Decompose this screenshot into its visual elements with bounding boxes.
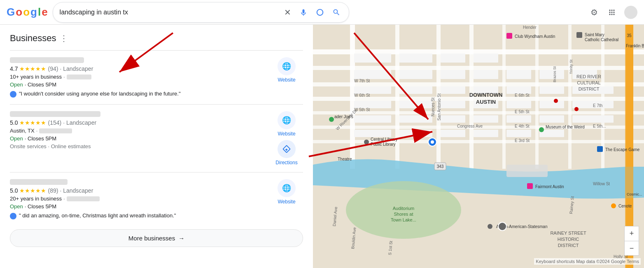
detail-row-3: 20+ years in business · — [10, 196, 265, 202]
svg-text:35: 35 — [627, 33, 632, 38]
website-button-1[interactable]: 🌐 Website — [278, 57, 296, 83]
mic-button[interactable] — [298, 7, 309, 18]
apps-button[interactable] — [606, 7, 618, 18]
clear-button[interactable]: ✕ — [282, 6, 293, 19]
years-business-1: 10+ years in business — [10, 74, 62, 80]
website-button-3[interactable]: 🌐 Website — [278, 179, 296, 205]
category-2: · Landscaper — [63, 119, 96, 126]
close-time-3: · Closes 5PM — [25, 203, 56, 210]
business-info-1: 4.7 ★★★★★ (94) · Landscaper 10+ years in… — [10, 57, 265, 98]
rating-row-1: 4.7 ★★★★★ (94) · Landscaper — [10, 65, 265, 72]
svg-rect-53 — [506, 130, 531, 137]
directions-label-2: Directions — [275, 160, 297, 165]
settings-button[interactable]: ⚙ — [589, 6, 600, 19]
rating-row-2: 5.0 ★★★★★ (154) · Landscaper — [10, 119, 265, 126]
rating-value-1: 4.7 — [10, 65, 18, 72]
svg-text:Catholic Cathedral: Catholic Cathedral — [585, 37, 618, 42]
header: Google ✕ ⚙ — [0, 0, 644, 25]
svg-text:E 6th St: E 6th St — [515, 93, 530, 98]
svg-rect-43 — [399, 115, 432, 123]
svg-rect-2 — [313, 66, 644, 70]
svg-rect-37 — [441, 101, 465, 108]
svg-text:HISTORIC: HISTORIC — [558, 237, 579, 242]
phone-blurred-2 — [39, 128, 72, 133]
website-icon-1: 🌐 — [278, 57, 296, 75]
svg-rect-33 — [539, 86, 564, 94]
svg-text:E 7th: E 7th — [593, 103, 602, 108]
svg-rect-26 — [539, 70, 564, 79]
business-name-blurred-1 — [10, 57, 84, 63]
svg-text:Shores at: Shores at — [394, 212, 413, 217]
svg-text:E 5th...: E 5th... — [593, 124, 606, 128]
business-info-2: 5.0 ★★★★★ (154) · Landscaper Austin, TX … — [10, 111, 265, 165]
website-button-2[interactable]: 🌐 Website — [278, 111, 296, 137]
svg-point-117 — [574, 107, 579, 111]
svg-rect-101 — [527, 183, 533, 189]
svg-text:E 3rd St: E 3rd St — [515, 138, 530, 143]
zoom-in-button[interactable]: + — [624, 226, 639, 241]
business-card-1: 4.7 ★★★★★ (94) · Landscaper 10+ years in… — [10, 50, 303, 104]
svg-rect-18 — [399, 54, 432, 63]
svg-point-93 — [364, 140, 369, 144]
svg-point-91 — [539, 127, 544, 132]
svg-text:Hender: Hender — [523, 25, 537, 30]
svg-text:DISTRICT: DISTRICT — [579, 86, 600, 91]
phone-blurred-3 — [67, 196, 100, 201]
svg-text:W 5th St: W 5th St — [354, 107, 370, 112]
svg-text:Brazos St: Brazos St — [553, 66, 557, 82]
svg-rect-46 — [506, 115, 531, 123]
business-actions-1: 🌐 Website — [270, 57, 303, 98]
svg-point-121 — [498, 222, 506, 231]
svg-rect-40 — [539, 101, 564, 108]
main-content: Businesses ⋮ 4.7 ★★★★★ (94) · Landscaper… — [0, 25, 644, 268]
svg-rect-45 — [474, 115, 498, 123]
more-businesses-button[interactable]: More businesses → — [10, 229, 303, 247]
svg-text:Town Lake...: Town Lake... — [391, 217, 416, 222]
svg-rect-21 — [354, 70, 391, 79]
map-svg: Auditorium Shores at Town Lake... W Rive… — [313, 25, 644, 268]
stars-2: ★★★★★ — [19, 119, 46, 126]
business-actions-3: 🌐 Website — [270, 179, 303, 219]
open-status-row-1: Open · Closes 5PM — [10, 82, 265, 88]
open-label-3: Open — [10, 203, 23, 210]
svg-rect-20 — [474, 54, 498, 63]
svg-rect-50 — [399, 130, 432, 137]
business-name-blurred-2 — [10, 111, 100, 117]
open-status-row-3: Open · Closes 5PM — [10, 203, 265, 210]
google-logo: Google — [7, 6, 48, 19]
directions-button-2[interactable]: Directions — [275, 140, 297, 165]
svg-text:Auditorium: Auditorium — [393, 206, 415, 211]
svg-rect-87 — [576, 32, 582, 38]
avatar[interactable] — [624, 6, 637, 19]
lens-button[interactable] — [314, 7, 326, 18]
svg-text:Cenote: Cenote — [618, 204, 632, 208]
svg-text:E 5th St: E 5th St — [515, 110, 530, 114]
svg-rect-52 — [474, 130, 498, 137]
search-input[interactable] — [60, 9, 278, 16]
svg-text:E 4th St: E 4th St — [515, 124, 530, 128]
website-label-1: Website — [278, 77, 295, 83]
svg-rect-30 — [441, 86, 465, 94]
close-time-1: · Closes 5PM — [25, 82, 56, 88]
review-3: " did an amazing, on-time, Christmas lig… — [10, 212, 265, 219]
review-text-3: " did an amazing, on-time, Christmas lig… — [19, 212, 176, 219]
svg-point-96 — [329, 117, 334, 122]
search-button[interactable] — [331, 7, 342, 18]
zoom-out-button[interactable]: − — [624, 241, 639, 256]
svg-text:The Escape Game: The Escape Game — [605, 147, 640, 152]
more-options-icon[interactable]: ⋮ — [60, 33, 68, 43]
map-container[interactable]: Auditorium Shores at Town Lake... W Rive… — [313, 25, 644, 268]
svg-text:Cosmic...: Cosmic... — [627, 192, 642, 196]
svg-text:Trinity St: Trinity St — [569, 59, 573, 74]
category-1: · Landscaper — [60, 65, 93, 72]
svg-text:DISTRICT: DISTRICT — [558, 243, 579, 248]
svg-rect-85 — [506, 33, 512, 39]
map-panel: Auditorium Shores at Town Lake... W Rive… — [313, 25, 644, 268]
website-label-3: Website — [278, 199, 295, 205]
svg-rect-48 — [572, 115, 614, 123]
search-icon-group: ✕ — [282, 6, 342, 19]
svg-rect-22 — [399, 70, 432, 79]
website-label-2: Website — [278, 131, 295, 137]
svg-text:Theatre: Theatre — [338, 157, 352, 161]
svg-rect-23 — [441, 70, 465, 79]
